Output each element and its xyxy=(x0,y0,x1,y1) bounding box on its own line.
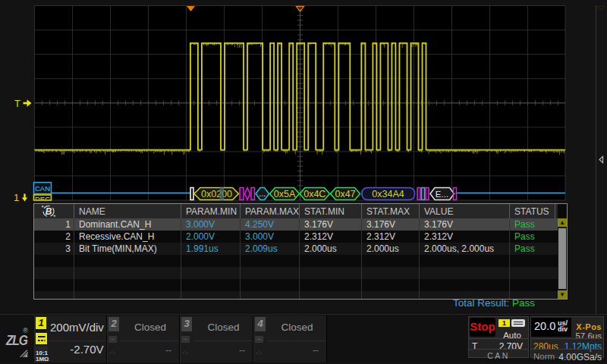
svg-text:0x34A4: 0x34A4 xyxy=(372,189,404,199)
svg-text:T: T xyxy=(14,98,20,109)
svg-text:0x47: 0x47 xyxy=(335,189,355,199)
svg-text:ZLG: ZLG xyxy=(5,332,28,349)
svg-text:0x5A: 0x5A xyxy=(274,189,296,199)
svg-text:E...: E... xyxy=(436,190,448,199)
svg-text:®: ® xyxy=(23,327,28,334)
svg-text:...: ... xyxy=(259,189,266,198)
svg-text:1: 1 xyxy=(14,192,19,203)
svg-text:CAN: CAN xyxy=(35,184,50,193)
svg-text:0x4C: 0x4C xyxy=(304,189,326,199)
svg-text:0x0200: 0x0200 xyxy=(201,189,232,199)
svg-text:B: B xyxy=(46,206,52,217)
